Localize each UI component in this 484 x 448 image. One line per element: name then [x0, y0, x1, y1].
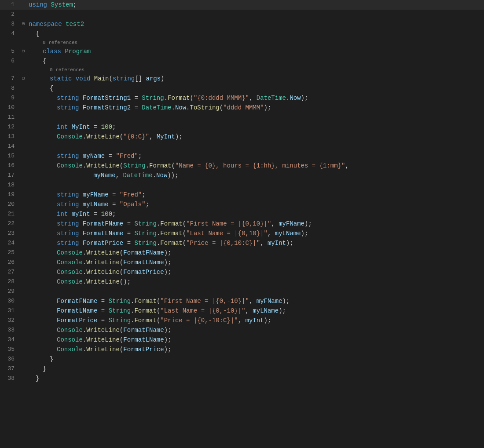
code-line-5: 5 ⊟ class Program — [0, 47, 484, 56]
line-content-32: FormatPrice = String.Format("Price = |{0… — [55, 316, 484, 325]
line-content-22: string FormatFName = String.Format("Firs… — [55, 219, 484, 229]
line-content-23: string FormatLName = String.Format("Last… — [55, 229, 484, 238]
line-num-ref1: · — [0, 39, 20, 47]
code-line-34: 34 Console.WriteLine(FormatLName); — [0, 335, 484, 345]
line-content-4: { — [34, 29, 484, 39]
ref-hint-main-label: 0 references — [48, 66, 84, 74]
line-num-6: 6 — [0, 56, 20, 66]
line-content-6: { — [41, 56, 484, 66]
line-content-38: } — [34, 374, 484, 383]
line-content-7: static void Main(string[] args) — [48, 74, 484, 84]
line-content-26: Console.WriteLine(FormatLName); — [55, 258, 484, 267]
line-num-19: 19 — [0, 190, 20, 200]
line-num-27: 27 — [0, 267, 20, 277]
line-content-9: string FormatString1 = String.Format("{0… — [55, 93, 484, 103]
line-num-4: 4 — [0, 29, 20, 39]
line-content-17: myName, DateTime.Now)); — [62, 171, 484, 180]
code-line-25: 25 Console.WriteLine(FormatFName); — [0, 248, 484, 258]
code-editor: 1 using System; 2 3 ⊟ namespace test2 4 … — [0, 0, 484, 383]
line-num-28: 28 — [0, 277, 20, 287]
line-num-13: 13 — [0, 132, 20, 142]
line-num-38: 38 — [0, 374, 20, 383]
code-line-27: 27 Console.WriteLine(FormatPrice); — [0, 267, 484, 277]
line-content-36: } — [48, 354, 484, 364]
line-num-25: 25 — [0, 248, 20, 258]
code-line-38: 38 } — [0, 374, 484, 383]
collapse-btn-5: ⊟ — [22, 47, 25, 56]
code-line-24: 24 string FormatPrice = String.Format("P… — [0, 238, 484, 248]
code-line-7: 7 ⊟ static void Main(string[] args) — [0, 74, 484, 84]
line-num-20: 20 — [0, 200, 20, 209]
ref-hint-class: · 0 references — [0, 39, 484, 47]
line-num-21: 21 — [0, 209, 20, 219]
line-content-31: FormatLName = String.Format("Last Name =… — [55, 306, 484, 316]
code-line-36: 36 } — [0, 354, 484, 364]
line-content-1: using System; — [27, 0, 484, 10]
line-num-33: 33 — [0, 325, 20, 335]
collapse-btn-7: ⊟ — [22, 74, 25, 84]
line-num-8: 8 — [0, 84, 20, 93]
code-line-28: 28 Console.WriteLine(); — [0, 277, 484, 287]
code-line-17: 17 myName, DateTime.Now)); — [0, 171, 484, 180]
code-line-15: 15 string myName = "Fred"; — [0, 151, 484, 161]
line-num-37: 37 — [0, 364, 20, 374]
line-num-15: 15 — [0, 151, 20, 161]
code-line-20: 20 string myLName = "Opals"; — [0, 200, 484, 209]
code-line-4: 4 { — [0, 29, 484, 39]
code-line-29: 29 — [0, 287, 484, 296]
line-content-25: Console.WriteLine(FormatFName); — [55, 248, 484, 258]
line-content-3: namespace test2 — [27, 19, 484, 29]
line-content-33: Console.WriteLine(FormatFName); — [55, 325, 484, 335]
code-line-30: 30 FormatFName = String.Format("First Na… — [0, 296, 484, 306]
line-num-11: 11 — [0, 113, 20, 122]
line-content-13: Console.WriteLine("{0:C}", MyInt); — [55, 132, 484, 142]
line-num-29: 29 — [0, 287, 20, 296]
line-num-35: 35 — [0, 345, 20, 354]
line-num-1: 1 — [0, 0, 20, 10]
line-content-35: Console.WriteLine(FormatPrice); — [55, 345, 484, 354]
line-num-17: 17 — [0, 171, 20, 180]
code-line-11: 11 — [0, 113, 484, 122]
line-content-28: Console.WriteLine(); — [55, 277, 484, 287]
line-num-30: 30 — [0, 296, 20, 306]
line-num-3: 3 — [0, 19, 20, 29]
line-num-14: 14 — [0, 142, 20, 151]
code-line-23: 23 string FormatLName = String.Format("L… — [0, 229, 484, 238]
line-content-8: { — [48, 84, 484, 93]
line-content-34: Console.WriteLine(FormatLName); — [55, 335, 484, 345]
code-line-35: 35 Console.WriteLine(FormatPrice); — [0, 345, 484, 354]
line-num-7: 7 — [0, 74, 20, 84]
line-num-31: 31 — [0, 306, 20, 316]
code-line-22: 22 string FormatFName = String.Format("F… — [0, 219, 484, 229]
line-num-22: 22 — [0, 219, 20, 229]
code-line-10: 10 string FormatString2 = DateTime.Now.T… — [0, 103, 484, 113]
ref-hint-main: · 0 references — [0, 66, 484, 74]
ref-hint-class-label: 0 references — [41, 39, 77, 47]
line-num-9: 9 — [0, 93, 20, 103]
line-num-5: 5 — [0, 47, 20, 56]
line-num-36: 36 — [0, 354, 20, 364]
code-line-31: 31 FormatLName = String.Format("Last Nam… — [0, 306, 484, 316]
line-num-24: 24 — [0, 238, 20, 248]
line-content-27: Console.WriteLine(FormatPrice); — [55, 267, 484, 277]
line-num-32: 32 — [0, 316, 20, 325]
code-line-2: 2 — [0, 10, 484, 19]
code-line-16: 16 Console.WriteLine(String.Format("Name… — [0, 161, 484, 171]
line-num-2: 2 — [0, 10, 20, 19]
line-num-10: 10 — [0, 103, 20, 113]
line-content-5: class Program — [41, 47, 484, 56]
line-num-34: 34 — [0, 335, 20, 345]
code-line-12: 12 int MyInt = 100; — [0, 122, 484, 132]
line-content-24: string FormatPrice = String.Format("Pric… — [55, 238, 484, 248]
line-num-18: 18 — [0, 180, 20, 190]
code-line-14: 14 — [0, 142, 484, 151]
code-line-9: 9 string FormatString1 = String.Format("… — [0, 93, 484, 103]
line-content-20: string myLName = "Opals"; — [55, 200, 484, 209]
code-line-13: 13 Console.WriteLine("{0:C}", MyInt); — [0, 132, 484, 142]
collapse-btn-3: ⊟ — [22, 19, 25, 29]
line-content-15: string myName = "Fred"; — [55, 151, 484, 161]
code-line-32: 32 FormatPrice = String.Format("Price = … — [0, 316, 484, 325]
line-content-12: int MyInt = 100; — [55, 122, 484, 132]
line-num-ref2: · — [0, 66, 20, 74]
line-content-16: Console.WriteLine(String.Format("Name = … — [55, 161, 484, 171]
